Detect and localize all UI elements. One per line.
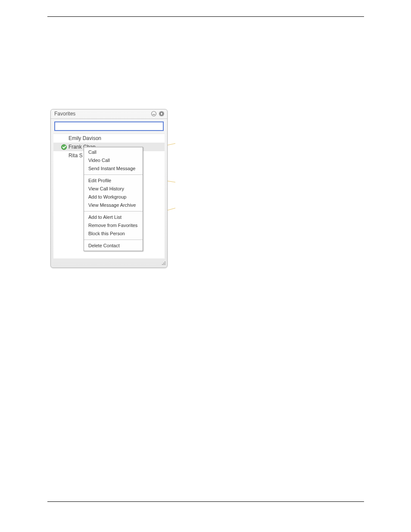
svg-point-14 xyxy=(165,264,165,265)
svg-point-13 xyxy=(163,264,164,265)
search-input[interactable] xyxy=(54,121,164,131)
menu-separator xyxy=(84,240,143,240)
menu-item-view-message-archive[interactable]: View Message Archive xyxy=(84,201,143,209)
menu-item-remove-favorites[interactable]: Remove from Favorites xyxy=(84,221,143,230)
svg-point-12 xyxy=(162,264,163,265)
svg-point-11 xyxy=(165,263,165,264)
menu-separator xyxy=(84,174,143,175)
page-rule-top xyxy=(47,16,364,17)
page-rule-bottom xyxy=(47,501,364,502)
menu-item-call[interactable]: Call xyxy=(84,148,143,156)
menu-item-add-workgroup[interactable]: Add to Workgroup xyxy=(84,193,143,201)
menu-group: Add to Alert List Remove from Favorites … xyxy=(84,212,143,239)
contact-name: Emily Davison xyxy=(68,135,101,141)
menu-item-send-im[interactable]: Send Instant Message xyxy=(84,165,143,173)
contact-context-menu: Call Video Call Send Instant Message Edi… xyxy=(84,147,143,251)
svg-point-9 xyxy=(165,261,165,262)
panel-header: Favorites xyxy=(51,109,167,119)
menu-group: Edit Profile View Call History Add to Wo… xyxy=(84,176,143,210)
contact-row[interactable]: Emily Davison xyxy=(53,134,165,143)
svg-rect-8 xyxy=(161,113,162,115)
menu-item-video-call[interactable]: Video Call xyxy=(84,156,143,165)
svg-rect-5 xyxy=(153,114,155,115)
minimize-icon[interactable] xyxy=(151,111,157,117)
search-wrap xyxy=(51,119,167,134)
menu-group: Delete Contact xyxy=(84,241,143,251)
menu-item-delete-contact[interactable]: Delete Contact xyxy=(84,242,143,250)
menu-separator xyxy=(84,211,143,212)
close-panel-icon[interactable] xyxy=(159,111,165,117)
resize-grip-icon[interactable] xyxy=(161,261,166,266)
svg-point-4 xyxy=(152,112,156,116)
svg-point-10 xyxy=(163,263,164,264)
menu-group: Call Video Call Send Instant Message xyxy=(84,147,143,174)
panel-title: Favorites xyxy=(54,111,149,117)
contact-name: Rita S xyxy=(68,152,83,159)
menu-item-view-call-history[interactable]: View Call History xyxy=(84,185,143,193)
favorites-panel: Favorites Emily Davison Frank Chan xyxy=(50,109,168,268)
presence-online-icon xyxy=(61,144,67,150)
menu-item-add-alert-list[interactable]: Add to Alert List xyxy=(84,213,143,221)
menu-item-edit-profile[interactable]: Edit Profile xyxy=(84,177,143,185)
menu-item-block-person[interactable]: Block this Person xyxy=(84,230,143,238)
